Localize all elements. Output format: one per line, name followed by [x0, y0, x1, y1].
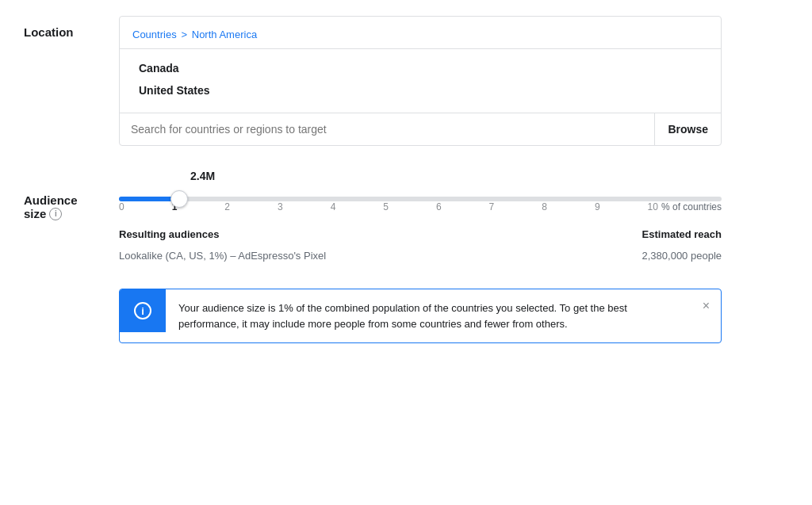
info-banner-text: Your audience size is 1% of the combined… — [166, 289, 691, 342]
results-header: Resulting audiences Estimated reach — [119, 228, 722, 247]
breadcrumb-separator: > — [182, 29, 190, 40]
location-content: Countries > North America Canada United … — [119, 16, 788, 146]
tick-3: 3 — [278, 201, 283, 212]
tick-6: 6 — [436, 201, 442, 212]
tick-10: 10 — [648, 201, 658, 212]
slider-unit: % of countries — [661, 201, 722, 212]
slider-track — [119, 197, 722, 201]
results-header-right: Estimated reach — [642, 228, 722, 240]
country-list: Canada United States — [120, 49, 721, 113]
breadcrumb-north-america[interactable]: North America — [192, 29, 257, 40]
tick-0: 0 — [119, 201, 124, 212]
audience-label-word2: size — [24, 207, 46, 220]
info-banner-icon: i — [134, 302, 151, 319]
tick-labels-row: 0 1 2 3 4 5 6 7 8 9 10 % of countries — [119, 201, 722, 212]
info-banner-left: i — [120, 289, 166, 332]
audience-label-word1: Audience — [24, 193, 78, 207]
tick-5: 5 — [383, 201, 389, 212]
country-canada: Canada — [139, 57, 702, 79]
results-audience-label: Lookalike (CA, US, 1%) – AdEspresso's Pi… — [119, 250, 326, 262]
results-reach-value: 2,380,000 people — [642, 250, 722, 262]
info-banner: i Your audience size is 1% of the combin… — [119, 289, 722, 343]
browse-button[interactable]: Browse — [654, 113, 721, 145]
tick-labels: 0 1 2 3 4 5 6 7 8 9 10 — [119, 201, 658, 212]
results-row: Lookalike (CA, US, 1%) – AdEspresso's Pi… — [119, 247, 722, 265]
search-input[interactable] — [120, 113, 654, 145]
audience-label-text: Audience — [24, 193, 78, 207]
location-label: Location — [24, 16, 119, 39]
audience-content: 2.4M 0 1 2 3 4 5 6 7 8 9 10 — [119, 170, 722, 265]
location-box: Countries > North America Canada United … — [119, 16, 722, 146]
breadcrumb-countries[interactable]: Countries — [132, 29, 177, 40]
tick-8: 8 — [542, 201, 547, 212]
country-united-states: United States — [139, 79, 702, 101]
tick-2: 2 — [224, 201, 230, 212]
slider-thumb[interactable] — [170, 190, 188, 208]
results-table: Resulting audiences Estimated reach Look… — [119, 228, 722, 265]
audience-label: Audience size i — [24, 170, 119, 220]
slider-value: 2.4M — [190, 170, 722, 182]
results-header-left: Resulting audiences — [119, 228, 219, 240]
search-row: Browse — [120, 113, 721, 145]
audience-info-icon[interactable]: i — [49, 208, 62, 220]
breadcrumb-row: Countries > North America — [120, 17, 721, 49]
tick-7: 7 — [489, 201, 495, 212]
tick-4: 4 — [331, 201, 336, 212]
slider-area[interactable]: 0 1 2 3 4 5 6 7 8 9 10 % of countries — [119, 189, 722, 212]
location-section: Location Countries > North America Canad… — [24, 16, 788, 146]
tick-9: 9 — [595, 201, 600, 212]
info-banner-close-button[interactable]: × — [691, 289, 721, 323]
audience-size-section: Audience size i 2.4M 0 1 2 3 4 5 6 — [24, 170, 788, 265]
audience-label-text2: size i — [24, 207, 62, 220]
